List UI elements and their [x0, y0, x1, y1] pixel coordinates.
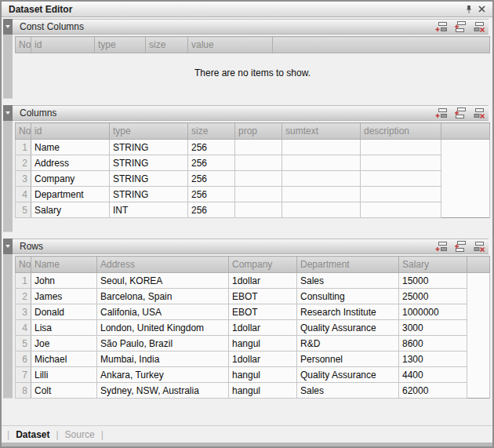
data-cell[interactable] [361, 171, 441, 187]
tab-source[interactable]: Source [65, 429, 95, 440]
row-number-cell[interactable]: 3 [16, 304, 31, 320]
data-cell[interactable]: STRING [110, 140, 188, 155]
data-cell[interactable]: Research Institute [297, 304, 399, 320]
data-cell[interactable]: Lisa [31, 320, 97, 336]
data-cell[interactable]: Salary [31, 202, 110, 218]
row-number-cell[interactable]: 6 [16, 351, 31, 367]
row-number-cell[interactable]: 8 [16, 383, 31, 399]
data-cell[interactable]: EBOT [229, 304, 297, 320]
data-cell[interactable]: Name [31, 140, 110, 155]
collapse-button[interactable] [3, 19, 13, 35]
row-number-cell[interactable]: 4 [16, 320, 31, 336]
data-cell[interactable]: EBOT [229, 289, 297, 304]
data-cell[interactable]: Seoul, KOREA [97, 273, 229, 289]
delete-row-button[interactable] [472, 107, 485, 118]
column-header[interactable]: prop [235, 123, 282, 140]
data-cell[interactable]: Address [31, 155, 110, 171]
add-row-button[interactable] [434, 107, 448, 118]
data-cell[interactable]: Colt [31, 383, 97, 399]
data-cell[interactable] [361, 155, 441, 171]
column-header[interactable]: id [31, 123, 110, 140]
data-cell[interactable]: 15000 [399, 273, 467, 289]
column-header[interactable]: No [16, 257, 31, 273]
row-number-cell[interactable]: 7 [16, 367, 31, 383]
data-cell[interactable]: Personnel [297, 351, 399, 367]
row-number-cell[interactable]: 3 [16, 171, 31, 187]
data-cell[interactable] [361, 140, 441, 155]
data-cell[interactable]: STRING [110, 171, 188, 187]
data-cell[interactable]: STRING [110, 155, 188, 171]
data-cell[interactable]: Department [31, 187, 110, 202]
data-cell[interactable]: 1300 [399, 351, 467, 367]
data-cell[interactable] [282, 155, 361, 171]
data-cell[interactable]: Donald [31, 304, 97, 320]
collapse-button[interactable] [3, 239, 13, 254]
data-cell[interactable]: 62000 [399, 383, 467, 399]
column-header[interactable]: sumtext [282, 123, 361, 140]
data-cell[interactable]: Michael [31, 351, 97, 367]
column-header[interactable]: type [95, 37, 146, 53]
data-cell[interactable]: Company [31, 171, 110, 187]
data-cell[interactable]: Consulting [297, 289, 399, 304]
data-cell[interactable]: Mumbai, India [97, 351, 229, 367]
data-cell[interactable]: 4400 [399, 367, 467, 383]
close-button[interactable] [475, 3, 488, 16]
data-cell[interactable]: 8600 [399, 336, 467, 351]
row-number-cell[interactable]: 2 [16, 155, 31, 171]
data-cell[interactable] [282, 140, 361, 155]
column-header[interactable]: Salary [399, 257, 467, 273]
insert-row-button[interactable] [453, 21, 467, 32]
column-header[interactable]: Company [229, 257, 297, 273]
data-cell[interactable]: Quality Assurance [297, 367, 399, 383]
row-number-cell[interactable]: 2 [16, 289, 31, 304]
row-number-cell[interactable]: 5 [16, 336, 31, 351]
insert-row-button[interactable] [453, 107, 467, 118]
data-cell[interactable]: Joe [31, 336, 97, 351]
collapse-button[interactable] [3, 105, 13, 121]
column-header[interactable]: No [16, 123, 31, 140]
data-cell[interactable]: Califonia, USA [97, 304, 229, 320]
data-cell[interactable]: Sydney, NSW, Australia [97, 383, 229, 399]
column-header[interactable]: Address [97, 257, 229, 273]
data-cell[interactable]: 256 [188, 140, 235, 155]
pin-button[interactable] [463, 3, 475, 16]
data-cell[interactable] [235, 187, 282, 202]
data-cell[interactable] [282, 202, 361, 218]
add-row-button[interactable] [434, 21, 448, 32]
delete-row-button[interactable] [472, 241, 485, 252]
data-cell[interactable]: São Paulo, Brazil [97, 336, 229, 351]
column-header[interactable]: size [146, 37, 188, 53]
data-cell[interactable] [235, 202, 282, 218]
data-cell[interactable] [235, 140, 282, 155]
column-header[interactable]: Name [31, 257, 97, 273]
data-cell[interactable]: John [31, 273, 97, 289]
row-number-cell[interactable]: 5 [16, 202, 31, 218]
data-cell[interactable]: hangul [229, 383, 297, 399]
data-cell[interactable] [282, 171, 361, 187]
add-row-button[interactable] [434, 241, 448, 252]
column-header[interactable]: Department [297, 257, 399, 273]
data-cell[interactable] [235, 155, 282, 171]
data-cell[interactable]: 256 [188, 171, 235, 187]
data-cell[interactable] [361, 202, 441, 218]
column-header[interactable]: size [188, 123, 235, 140]
data-cell[interactable]: 1dollar [229, 351, 297, 367]
data-cell[interactable]: 25000 [399, 289, 467, 304]
data-cell[interactable]: R&D [297, 336, 399, 351]
column-header[interactable]: id [31, 37, 95, 53]
data-cell[interactable]: 256 [188, 202, 235, 218]
data-cell[interactable]: hangul [229, 367, 297, 383]
data-cell[interactable]: 1000000 [399, 304, 467, 320]
row-number-cell[interactable]: 4 [16, 187, 31, 202]
column-header[interactable]: value [188, 37, 273, 53]
data-cell[interactable]: 256 [188, 187, 235, 202]
insert-row-button[interactable] [453, 241, 467, 252]
column-header[interactable]: No [16, 37, 31, 53]
data-cell[interactable]: Ankara, Turkey [97, 367, 229, 383]
data-cell[interactable]: INT [110, 202, 188, 218]
column-header[interactable]: type [110, 123, 188, 140]
data-cell[interactable] [235, 171, 282, 187]
delete-row-button[interactable] [472, 21, 485, 32]
data-cell[interactable]: London, United Kingdom [97, 320, 229, 336]
data-cell[interactable]: 1dollar [229, 273, 297, 289]
